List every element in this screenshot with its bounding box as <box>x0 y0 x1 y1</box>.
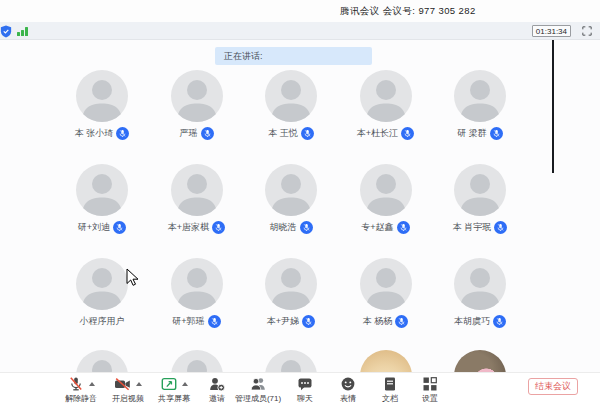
mic-muted-badge <box>494 221 507 234</box>
participant-name: 小程序用户 <box>80 315 125 328</box>
avatar <box>265 164 317 216</box>
network-signal-icon[interactable] <box>17 27 29 36</box>
mic-muted-badge <box>208 315 221 328</box>
avatar <box>265 350 317 372</box>
participant-tile[interactable]: 专+赵鑫 <box>340 164 432 234</box>
meeting-duration: 01:31:34 <box>532 25 571 37</box>
participant-tile[interactable]: 本+唐家棋 <box>151 164 243 234</box>
participant-tile[interactable]: 本 王悦 <box>245 70 337 140</box>
participant-name: 本 杨杨 <box>363 315 393 328</box>
titlebar: 腾讯会议 会议号: 977 305 282 <box>0 0 600 22</box>
avatar <box>171 70 223 122</box>
invite-person-icon <box>209 376 225 392</box>
end-meeting-button[interactable]: 结束会议 <box>528 378 578 395</box>
docs-button[interactable]: 文档 <box>373 376 407 404</box>
participant-name: 本+杜长江 <box>357 127 398 140</box>
speaking-banner-label: 正在讲话: <box>224 51 263 61</box>
participant-name: 研 梁群 <box>457 127 487 140</box>
participant-tile[interactable]: 本 张小琦 <box>56 70 148 140</box>
avatar <box>454 258 506 310</box>
participant-tile[interactable]: 本+杜长江 <box>340 70 432 140</box>
participant-tile[interactable] <box>56 350 148 372</box>
mic-muted-badge <box>113 221 126 234</box>
participant-tile[interactable]: 研 梁群 <box>434 70 526 140</box>
microphone-muted-icon <box>68 376 84 392</box>
avatar <box>360 70 412 122</box>
participant-tile[interactable]: 本 杨杨 <box>340 258 432 328</box>
participant-name: 胡晓浩 <box>270 221 297 234</box>
avatar <box>454 164 506 216</box>
participant-tile[interactable] <box>151 350 243 372</box>
participant-tile[interactable]: 严瑶 <box>151 70 243 140</box>
participant-name: 本 张小琦 <box>75 127 114 140</box>
mic-muted-badge <box>397 221 410 234</box>
participant-tile[interactable]: 本 肖宇珉 <box>434 164 526 234</box>
participant-name: 研+郭瑶 <box>172 315 204 328</box>
participant-tile[interactable]: 本+尹娣 <box>245 258 337 328</box>
avatar <box>76 258 128 310</box>
mic-muted-badge <box>493 315 506 328</box>
mic-muted-badge <box>300 221 313 234</box>
participant-name: 严瑶 <box>180 127 198 140</box>
start-video-button[interactable]: 开启视频 <box>102 376 154 404</box>
document-icon <box>382 376 398 392</box>
participant-tile[interactable]: 本胡虞巧 <box>434 258 526 328</box>
avatar <box>454 350 506 372</box>
chat-button[interactable]: 聊天 <box>288 376 322 404</box>
avatar <box>265 70 317 122</box>
participant-tile[interactable]: 研+刘迪 <box>56 164 148 234</box>
fullscreen-icon[interactable] <box>582 26 592 36</box>
participant-name: 本+唐家棋 <box>168 221 209 234</box>
avatar <box>76 70 128 122</box>
mic-muted-badge <box>201 127 214 140</box>
chat-bubble-icon <box>297 376 313 392</box>
scroll-indicator[interactable] <box>552 40 554 173</box>
meeting-title: 腾讯会议 会议号: 977 305 282 <box>340 5 476 18</box>
participant-name: 本 肖宇珉 <box>453 221 492 234</box>
participant-tile[interactable] <box>434 350 526 372</box>
chevron-up-icon[interactable] <box>89 382 95 386</box>
speaking-banner: 正在讲话: <box>215 47 372 65</box>
avatar <box>360 164 412 216</box>
participant-grid-row: 研+刘迪 本+唐家棋 胡晓浩 专+赵鑫 本 肖宇珉 <box>56 164 526 234</box>
chevron-up-icon[interactable] <box>136 382 142 386</box>
status-bar: 01:31:34 <box>0 22 600 40</box>
participant-name: 本胡虞巧 <box>454 315 490 328</box>
mouse-cursor <box>126 268 139 287</box>
mic-muted-badge <box>395 315 408 328</box>
avatar <box>171 258 223 310</box>
participant-tile[interactable]: 胡晓浩 <box>245 164 337 234</box>
participant-tile[interactable]: 研+郭瑶 <box>151 258 243 328</box>
manage-members-button[interactable]: 管理成员(71) <box>230 376 286 404</box>
unmute-button[interactable]: 解除静音 <box>55 376 107 404</box>
share-screen-button[interactable]: 共享屏幕 <box>148 376 200 404</box>
mic-muted-badge <box>301 127 314 140</box>
participant-grid-row: 本 张小琦 严瑶 本 王悦 本+杜长江 研 梁群 <box>56 70 526 140</box>
avatar <box>454 70 506 122</box>
participant-grid: 正在讲话: 本 张小琦 严瑶 本 王悦 本+杜长江 研 梁群 <box>0 40 600 372</box>
mic-muted-badge <box>212 221 225 234</box>
mic-muted-badge <box>302 315 315 328</box>
tencent-meeting-window: 腾讯会议 会议号: 977 305 282 01:31:34 正在讲话: 本 张… <box>0 0 600 406</box>
emoji-smiley-icon <box>340 376 356 392</box>
security-shield-icon[interactable] <box>0 25 12 38</box>
emoji-button[interactable]: 表情 <box>331 376 365 404</box>
participant-name: 本 王悦 <box>268 127 298 140</box>
camera-off-icon <box>114 376 131 392</box>
mic-muted-badge <box>401 127 414 140</box>
avatar <box>76 350 128 372</box>
participant-tile[interactable] <box>245 350 337 372</box>
settings-button[interactable]: 设置 <box>413 376 447 404</box>
mic-muted-badge <box>490 127 503 140</box>
settings-grid-icon <box>422 376 438 392</box>
chevron-up-icon[interactable] <box>182 382 188 386</box>
participant-grid-row <box>56 350 526 372</box>
meeting-toolbar: 解除静音 开启视频 共享屏幕 <box>0 372 600 406</box>
participant-tile[interactable] <box>340 350 432 372</box>
avatar <box>171 164 223 216</box>
participant-name: 本+尹娣 <box>267 315 299 328</box>
avatar <box>76 164 128 216</box>
avatar <box>360 350 412 372</box>
mic-muted-badge <box>116 127 129 140</box>
avatar <box>171 350 223 372</box>
